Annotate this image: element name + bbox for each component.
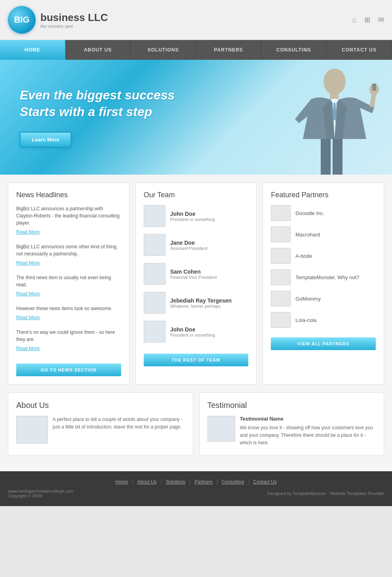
news-title: News Headlines [16,191,121,199]
footer-bottom: www.heritagechristiancollege.comCopyrigh… [8,489,384,498]
partners-title: Featured Partners [271,191,376,199]
team-info-2: Jane Doe Assistant President [170,240,207,251]
mail-icon[interactable]: ✉ [378,15,384,24]
news-card: News Headlines BigBiz LLC announces a pa… [8,183,129,385]
footer-link-partners[interactable]: Partners [194,479,212,485]
nav-partners[interactable]: PARTNERS [196,40,261,60]
team-member-2: Jane Doe Assistant President [144,234,249,256]
hero-person-svg [242,60,392,175]
partner-logo-2 [271,227,291,242]
about-photo [16,416,48,444]
news-item-4: However these news items look so awesome… [16,305,121,321]
read-more-5[interactable]: Read More [16,346,40,351]
about-card: About Us A perfect place to tell a coupl… [8,392,193,455]
hero-text-area: Even the biggest success Starts with a f… [0,71,216,163]
main-navigation: HOME ABOUT US SOLUTIONS PARTNERS CONSULT… [0,40,392,60]
news-item-1: BigBiz LLC announces a partnership with … [16,205,121,235]
logo-area: BIG business LLC the success spot [8,6,108,34]
partner-name-3: A-bode [295,253,312,259]
team-member-4: Jebediah Ray Tergesen Whatever, farmer p… [144,292,249,314]
partner-logo-3 [271,248,291,264]
partners-card: Featured Partners Dooodle Inc. Macrohard… [263,183,384,385]
team-info-3: Sam Cohen Financial Vice President [170,269,217,280]
news-text-2: BigBiz LLC announces some other kind of … [16,243,121,257]
rest-of-team-button[interactable]: THE REST OF TEAM [144,354,249,366]
team-photo-2 [144,234,166,256]
partner-item-5: GoMommy [271,291,376,307]
team-title-5: President or something [170,333,215,337]
partner-logo-5 [271,291,291,307]
read-more-2[interactable]: Read More [16,260,40,266]
footer-credit: Designed by TemplateMonster - Website Te… [267,491,384,496]
view-all-partners-button[interactable]: VIEW ALL PARTNERS [271,337,376,350]
svg-point-0 [323,69,346,95]
footer-sep-5: | [248,479,249,485]
team-title: Our Team [144,191,249,199]
footer-links: Home | About Us | Solutions | Partners |… [8,479,384,485]
testimonial-name: Testimonial Name [240,416,376,422]
nav-home[interactable]: HOME [0,40,65,60]
partner-name-5: GoMommy [295,296,321,302]
svg-rect-5 [333,139,343,175]
news-text-4: However these news items look so awesome… [16,305,121,312]
partner-name-6: Lola-cola [295,317,316,323]
bottom-columns: About Us A perfect place to tell a coupl… [8,392,384,455]
footer-link-consulting[interactable]: Consulting [222,479,244,485]
hero-banner: Even the biggest success Starts with a f… [0,60,392,175]
team-info-1: John Doe President or something [170,211,215,222]
team-card: Our Team John Doe President or something… [135,183,257,385]
nav-about-us[interactable]: ABOUT US [65,40,131,60]
news-text-1: BigBiz LLC announces a partnership with … [16,205,121,227]
partner-item-3: A-bode [271,248,376,264]
footer-link-contact[interactable]: Contact Us [253,479,277,485]
go-to-news-button[interactable]: GO TO NEWS SECTION [16,364,121,376]
team-info-4: Jebediah Ray Tergesen Whatever, farmer p… [170,297,232,308]
team-name-2: Jane Doe [170,240,207,246]
partner-name-2: Macrohard [295,232,320,238]
nav-solutions[interactable]: SOLUTIONS [131,40,196,60]
read-more-4[interactable]: Read More [16,315,40,320]
read-more-1[interactable]: Read More [16,229,40,235]
about-inner: A perfect place to tell a couple of word… [16,416,185,444]
partner-name-1: Dooodle Inc. [295,210,324,216]
footer: Home | About Us | Solutions | Partners |… [0,471,392,506]
hero-headline: Even the biggest success Starts with a f… [20,87,196,120]
grid-icon[interactable]: ⊞ [364,15,370,24]
read-more-3[interactable]: Read More [16,291,40,297]
partner-logo-6 [271,312,291,328]
nav-contact-us[interactable]: CONTACT US [327,40,392,60]
about-title: About Us [16,401,185,410]
partner-logo-1 [271,205,291,221]
footer-link-home[interactable]: Home [115,479,128,485]
main-content: News Headlines BigBiz LLC announces a pa… [0,175,392,471]
home-icon[interactable]: ⌂ [352,16,356,24]
footer-link-about[interactable]: About Us [137,479,156,485]
team-info-5: John Doe President or something [170,326,215,337]
header: BIG business LLC the success spot ⌂ ⊞ ✉ [0,0,392,40]
team-photo-5 [144,321,166,343]
team-name-4: Jebediah Ray Tergesen [170,297,232,304]
partner-name-4: TemplateMonster. Why not? [295,274,359,280]
learn-more-button[interactable]: Learn More [20,132,71,147]
nav-consulting[interactable]: CONSULTING [261,40,327,60]
team-photo-1 [144,205,166,227]
footer-copyright: www.heritagechristiancollege.comCopyrigh… [8,489,74,498]
company-name: business LLC [40,11,108,24]
team-member-3: Sam Cohen Financial Vice President [144,263,249,285]
footer-sep-1: | [132,479,133,485]
hero-image [216,60,392,175]
news-text-5: There's no way we could ignore them - so… [16,329,121,343]
testimonial-card: Testimonial Testimonial Name We know you… [199,392,384,455]
partner-item-6: Lola-cola [271,312,376,328]
partner-logo-4 [271,269,291,285]
svg-rect-3 [372,84,376,91]
team-photo-3 [144,263,166,285]
team-name-1: John Doe [170,211,215,217]
news-text-3: The third news item is usually not even … [16,274,121,288]
logo-big-text: BIG [14,15,29,25]
header-icons: ⌂ ⊞ ✉ [352,15,384,24]
news-item-3: The third news item is usually not even … [16,274,121,297]
svg-rect-1 [330,92,339,99]
footer-link-solutions[interactable]: Solutions [166,479,185,485]
team-name-5: John Doe [170,326,215,333]
